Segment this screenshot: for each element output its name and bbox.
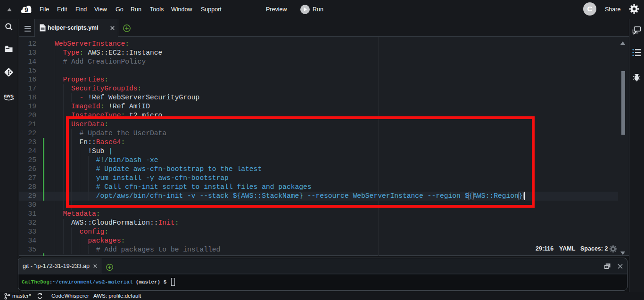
svg-text:aws: aws — [4, 93, 14, 98]
svg-text:9: 9 — [25, 6, 28, 14]
